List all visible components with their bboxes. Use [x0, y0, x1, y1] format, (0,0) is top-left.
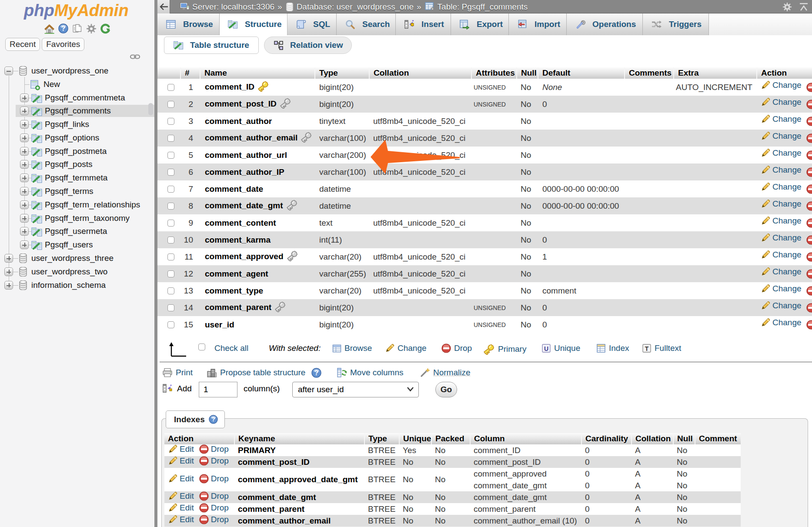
svg-text:?: ? [211, 416, 215, 423]
svg-text:?: ? [61, 25, 66, 32]
svg-text:?: ? [314, 369, 319, 376]
svg-text:T: T [645, 345, 649, 352]
svg-text:U: U [544, 345, 548, 352]
